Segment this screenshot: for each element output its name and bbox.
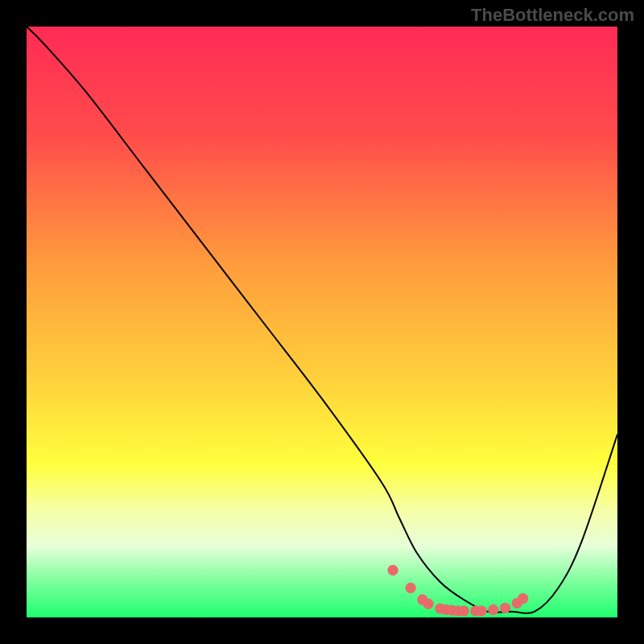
watermark-label: TheBottleneck.com: [471, 5, 634, 26]
svg-rect-0: [27, 27, 617, 617]
background-gradient: [27, 27, 617, 617]
plot-area: [27, 27, 617, 617]
chart-canvas: TheBottleneck.com: [0, 0, 644, 644]
